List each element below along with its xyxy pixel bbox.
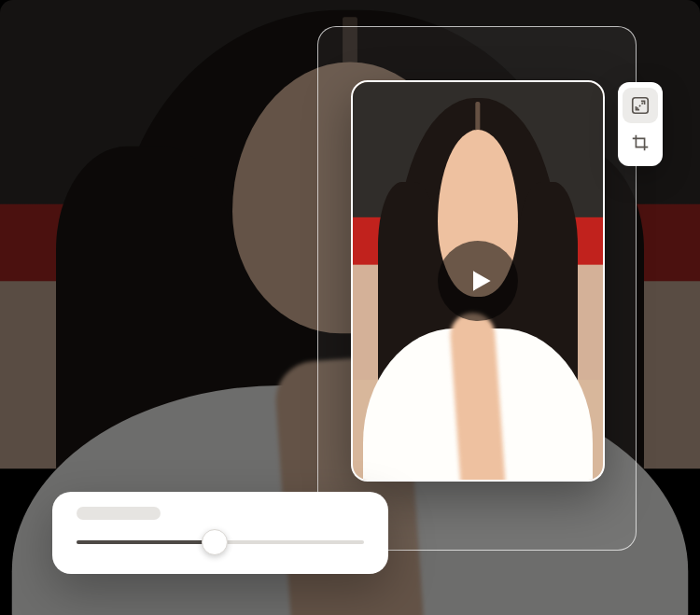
play-button[interactable] (438, 241, 518, 321)
play-icon (466, 266, 496, 296)
slider-card (52, 492, 388, 574)
resize-icon (630, 95, 651, 116)
crop-icon (630, 133, 651, 153)
slider-thumb[interactable] (202, 529, 228, 555)
resize-button[interactable] (623, 88, 658, 123)
slider-fill (77, 540, 215, 544)
slider-label (77, 507, 161, 520)
video-preview[interactable] (351, 80, 605, 482)
crop-button[interactable] (623, 125, 658, 161)
tool-panel (618, 82, 663, 166)
slider-track[interactable] (77, 540, 364, 544)
